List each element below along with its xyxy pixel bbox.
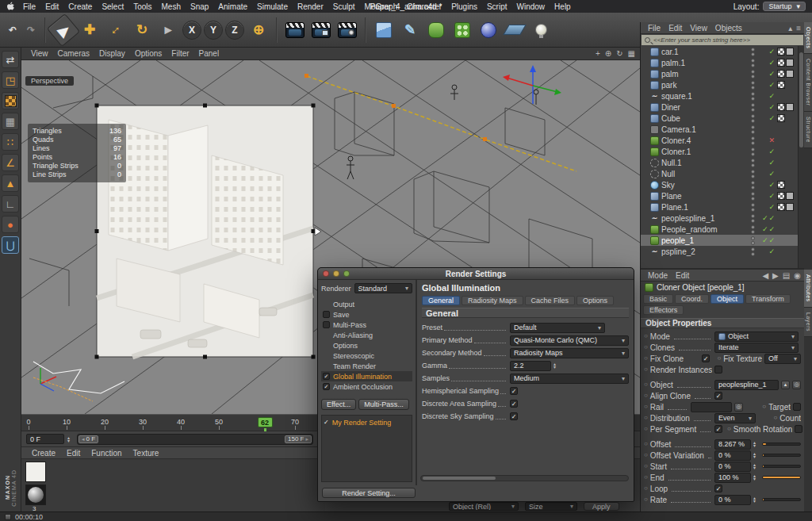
- camera-label[interactable]: Perspective: [25, 76, 74, 86]
- light-icon[interactable]: [529, 18, 553, 42]
- end-slider[interactable]: [762, 476, 801, 479]
- texture-tag-icon[interactable]: [777, 59, 785, 67]
- apple-menu-icon[interactable]: [6, 2, 15, 12]
- visibility-dots[interactable]: [751, 236, 755, 245]
- texture-tag-icon[interactable]: [777, 114, 785, 122]
- menu-sculpt[interactable]: Sculpt: [328, 2, 360, 11]
- keyframe-dot[interactable]: ○: [644, 496, 648, 503]
- range-end-handle[interactable]: 150 F▸: [285, 435, 312, 443]
- model-mode-icon[interactable]: ◳: [2, 71, 19, 89]
- attr-tab-basic[interactable]: Basic: [643, 294, 673, 304]
- attr-tab-coord[interactable]: Coord.: [675, 294, 709, 304]
- menu-simulate[interactable]: Simulate: [252, 2, 293, 11]
- offset-slider[interactable]: [762, 442, 801, 446]
- keyframe-dot[interactable]: ○: [644, 355, 648, 362]
- link-up-button[interactable]: ▴: [781, 381, 790, 389]
- material-tag-icon[interactable]: [786, 203, 794, 211]
- floor-environment-icon[interactable]: [503, 18, 527, 42]
- smooth-rotation-checkbox[interactable]: [795, 425, 802, 433]
- pick-object-button[interactable]: ◎: [792, 381, 801, 389]
- visibility-dots[interactable]: [751, 170, 755, 178]
- material-thumbnail-white[interactable]: [25, 462, 46, 482]
- keyframe-dot[interactable]: ○: [644, 344, 648, 351]
- attr-tab-object[interactable]: Object: [710, 294, 744, 304]
- om-scroll-up-icon[interactable]: ▴: [788, 24, 792, 33]
- object-row-diner[interactable]: Diner✓: [641, 102, 798, 113]
- visibility-dots[interactable]: [751, 225, 755, 234]
- end-field[interactable]: 100 %: [714, 473, 751, 483]
- object-row-palm-1[interactable]: palm.1✓: [641, 57, 798, 68]
- hemispherical-sampling-checkbox[interactable]: ✓: [510, 387, 518, 395]
- secondary-method-dropdown[interactable]: Radiosity Maps▾: [510, 348, 629, 358]
- viewport-menu-filter[interactable]: Filter: [167, 49, 193, 58]
- rotate-tool-icon[interactable]: ↻: [130, 18, 154, 42]
- visibility-dots[interactable]: [751, 103, 755, 112]
- texture-mode-icon[interactable]: [2, 92, 19, 109]
- lock-y-axis-icon[interactable]: Y: [204, 21, 223, 40]
- enabled-check-icon[interactable]: ✓: [768, 237, 775, 244]
- enabled-check-icon[interactable]: ✓: [768, 48, 775, 56]
- menu-select[interactable]: Select: [97, 2, 128, 11]
- deformer-icon[interactable]: [477, 18, 500, 42]
- visibility-dots[interactable]: [751, 203, 755, 212]
- polygons-mode-icon[interactable]: ▲: [2, 174, 19, 192]
- material-tag-icon[interactable]: [786, 70, 794, 78]
- section-checkbox[interactable]: ✓: [323, 383, 330, 390]
- render-section-global-illumination[interactable]: ✓Global Illumination: [321, 371, 412, 381]
- axis-mode-icon[interactable]: ∟: [2, 195, 19, 213]
- layout-select[interactable]: Startup ▾: [763, 2, 806, 11]
- am-menu-edit[interactable]: Edit: [672, 271, 693, 280]
- add-cube-icon[interactable]: [372, 18, 396, 42]
- snap-mode-icon[interactable]: ⋃: [2, 236, 19, 254]
- render-view-icon[interactable]: [283, 18, 307, 42]
- visibility-dots[interactable]: [751, 92, 755, 101]
- keyframe-dot[interactable]: ○: [644, 415, 648, 421]
- om-menu-objects[interactable]: Objects: [711, 24, 746, 33]
- effect-button[interactable]: Effect...: [321, 399, 356, 410]
- scrollbar-thumb[interactable]: [423, 477, 496, 480]
- minimize-button[interactable]: [333, 270, 339, 277]
- object-row-camera-1[interactable]: Camera.1: [641, 124, 798, 135]
- viewport-menu-display[interactable]: Display: [94, 49, 130, 58]
- side-tab-structure[interactable]: Structure: [804, 112, 812, 148]
- lock-x-axis-icon[interactable]: X: [182, 21, 201, 40]
- render-section-options[interactable]: Options: [321, 340, 412, 351]
- per-segment-checkbox[interactable]: ✓: [714, 425, 722, 433]
- keyframe-dot[interactable]: ○: [644, 404, 648, 410]
- visibility-dots[interactable]: [751, 192, 755, 201]
- am-back-icon[interactable]: ◀: [762, 271, 768, 280]
- object-row-null[interactable]: Null✓: [641, 168, 798, 179]
- material-menu-texture[interactable]: Texture: [128, 449, 165, 458]
- render-section-anti-aliasing[interactable]: Anti-Aliasing: [321, 330, 412, 340]
- subdivision-surface-icon[interactable]: [424, 18, 448, 42]
- gi-tab-radiosity-maps[interactable]: Radiosity Maps: [462, 296, 523, 305]
- clones-dropdown[interactable]: Iterate▾: [714, 343, 799, 353]
- offset-variation-field[interactable]: 0 %: [714, 450, 751, 461]
- horizontal-scrollbar[interactable]: [420, 475, 629, 481]
- disabled-cross-icon[interactable]: ✕: [768, 137, 775, 144]
- side-tab-objects[interactable]: Objects: [804, 22, 812, 54]
- object-row-cube[interactable]: Cube✓: [641, 113, 798, 124]
- render-section-ambient-occlusion[interactable]: ✓Ambient Occlusion: [321, 381, 412, 392]
- value-stepper[interactable]: ▴▾: [753, 452, 760, 458]
- object-row-people-random[interactable]: People_random✓✓: [641, 224, 798, 235]
- edges-mode-icon[interactable]: ∠: [2, 154, 19, 171]
- material-tag-icon[interactable]: [786, 103, 794, 111]
- enabled-check-icon[interactable]: ✓: [762, 215, 768, 222]
- object-row-cloner-4[interactable]: Cloner.4✕: [641, 135, 798, 146]
- render-instances-checkbox[interactable]: [714, 366, 722, 374]
- menu-create[interactable]: Create: [63, 2, 97, 11]
- renderer-dropdown[interactable]: Standard▾: [354, 283, 412, 293]
- preset-dropdown[interactable]: Default▾: [510, 323, 605, 333]
- add-spline-icon[interactable]: ✎: [398, 18, 422, 42]
- object-row-plane-1[interactable]: Plane.1✓: [641, 201, 798, 213]
- current-frame-field[interactable]: 0 F: [26, 434, 64, 444]
- material-tag-icon[interactable]: [786, 48, 794, 56]
- fix-clone-checkbox[interactable]: ✓: [702, 354, 710, 362]
- enabled-check-icon[interactable]: ✓: [768, 148, 775, 155]
- enabled-check-icon[interactable]: ✓: [762, 226, 768, 233]
- menu-render[interactable]: Render: [293, 2, 328, 11]
- edit-render-settings-icon[interactable]: [335, 18, 359, 42]
- om-menu-view[interactable]: View: [686, 24, 711, 33]
- rail-link-field[interactable]: [691, 402, 732, 412]
